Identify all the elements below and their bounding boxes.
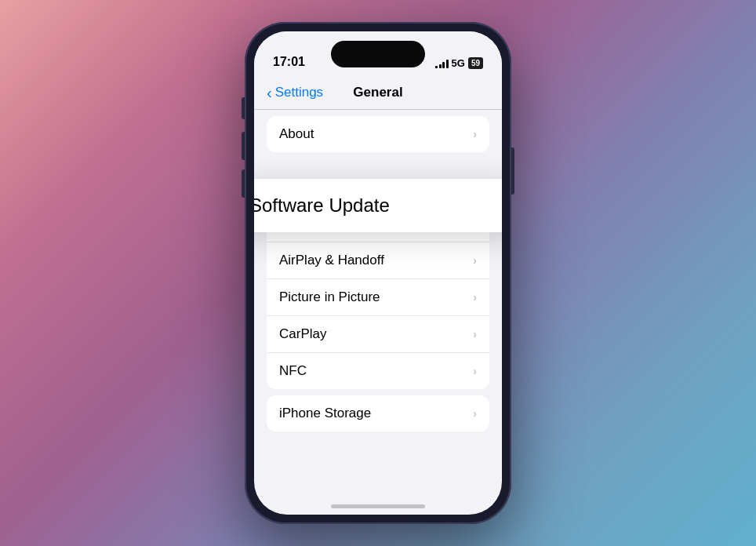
back-button[interactable]: ‹ Settings	[254, 85, 323, 100]
floating-card-chevron: ›	[501, 197, 502, 215]
signal-icon	[435, 59, 449, 68]
status-icons: 5G 59	[435, 57, 483, 71]
settings-row-airplay[interactable]: AirPlay & Handoff ›	[267, 242, 489, 279]
row-label-about: About	[279, 126, 314, 142]
floating-card-label: Software Update	[254, 195, 390, 217]
settings-row-storage[interactable]: iPhone Storage ›	[267, 395, 489, 431]
home-indicator	[331, 504, 425, 508]
settings-group-bottom: iPhone Storage ›	[267, 395, 489, 431]
back-chevron-icon: ‹	[267, 85, 272, 100]
dynamic-island	[331, 41, 425, 67]
chevron-carplay: ›	[473, 328, 477, 340]
settings-row-pip[interactable]: Picture in Picture ›	[267, 279, 489, 316]
chevron-about: ›	[473, 128, 477, 140]
chevron-storage: ›	[473, 407, 477, 420]
row-label-nfc: NFC	[279, 363, 307, 379]
mute-switch	[242, 97, 245, 119]
chevron-pip: ›	[473, 291, 477, 304]
status-time: 17:01	[273, 55, 305, 71]
network-label: 5G	[452, 57, 465, 69]
volume-down-button[interactable]	[242, 169, 245, 198]
settings-row-carplay[interactable]: CarPlay ›	[267, 316, 489, 353]
settings-row-about[interactable]: About ›	[267, 116, 489, 152]
row-label-carplay: CarPlay	[279, 326, 326, 342]
chevron-airplay: ›	[473, 254, 477, 267]
battery-badge: 59	[468, 57, 483, 69]
settings-group-top: About ›	[267, 116, 489, 152]
nav-title: General	[353, 85, 402, 100]
row-label-airplay: AirPlay & Handoff	[279, 253, 384, 268]
floating-card[interactable]: Software Update ›	[254, 179, 502, 232]
settings-row-nfc[interactable]: NFC ›	[267, 353, 489, 389]
chevron-nfc: ›	[473, 365, 477, 377]
power-button[interactable]	[511, 147, 514, 195]
content-area: About › AirDrop › AirPlay & Handoff › Pi…	[254, 110, 502, 515]
phone-screen: 17:01 5G 59 ‹ Settings General	[254, 31, 502, 515]
row-label-storage: iPhone Storage	[279, 406, 371, 421]
back-label: Settings	[275, 85, 323, 100]
volume-up-button[interactable]	[242, 132, 245, 160]
row-label-pip: Picture in Picture	[279, 289, 380, 305]
settings-group-middle: AirDrop › AirPlay & Handoff › Picture in…	[267, 206, 489, 389]
nav-bar: ‹ Settings General	[254, 75, 502, 110]
phone-container: 17:01 5G 59 ‹ Settings General	[245, 22, 511, 524]
